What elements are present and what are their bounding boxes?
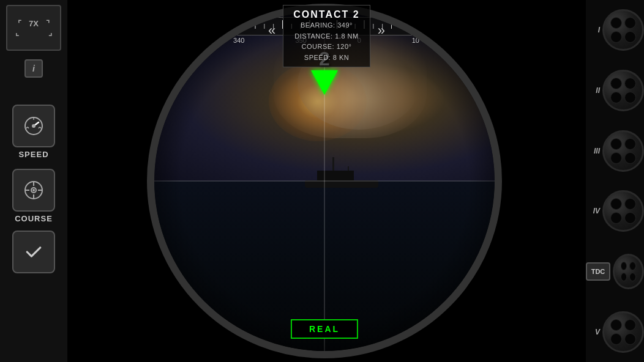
svg-rect-16 bbox=[228, 20, 228, 29]
svg-rect-38 bbox=[427, 24, 428, 29]
confirm-button[interactable] bbox=[12, 231, 55, 273]
tube-hole-3d bbox=[624, 152, 636, 164]
tube-label-2: II bbox=[596, 86, 600, 95]
tube-section-5: V bbox=[586, 301, 644, 362]
tube-cluster-3[interactable] bbox=[602, 130, 644, 172]
tdc-section: TDC bbox=[586, 242, 644, 302]
bearing-label-20: 20 bbox=[470, 37, 477, 44]
tube-cluster-tdc bbox=[613, 254, 644, 289]
periscope-view: // Will be rendered statically bbox=[67, 0, 582, 362]
tube-hole-4b bbox=[624, 198, 636, 210]
svg-rect-40 bbox=[446, 20, 446, 29]
svg-rect-13 bbox=[200, 20, 201, 29]
svg-rect-24 bbox=[300, 24, 301, 29]
tube-cluster-2[interactable] bbox=[602, 70, 644, 111]
speed-icon bbox=[21, 114, 46, 138]
course-label: COURSE bbox=[15, 214, 53, 223]
tube-label-3: III bbox=[594, 147, 600, 155]
tube-hole-tdc-d bbox=[629, 273, 636, 281]
svg-rect-31 bbox=[364, 20, 364, 29]
svg-rect-43 bbox=[473, 20, 473, 29]
tube-cluster-5[interactable] bbox=[602, 311, 644, 353]
tube-cluster-4[interactable] bbox=[602, 190, 644, 232]
tube-hole-4c bbox=[610, 212, 622, 224]
zoom-value: 7X bbox=[29, 19, 39, 28]
right-panel: I II III IV bbox=[586, 0, 644, 362]
tube-hole-1d bbox=[624, 31, 636, 43]
svg-rect-19 bbox=[255, 20, 255, 29]
left-panel: ⌜ 7X ⌝ ⌞ ⌟ i SPEED bbox=[0, 0, 67, 362]
check-icon bbox=[23, 241, 45, 263]
tube-label-1: I bbox=[598, 26, 600, 34]
bearing-label-340: 340 bbox=[233, 37, 244, 44]
tube-label-4: IV bbox=[593, 207, 600, 215]
tube-hole-5d bbox=[624, 333, 636, 345]
ruler-bar: // Will be rendered statically bbox=[171, 17, 477, 35]
zoom-arrows: ⌜ 7X ⌝ bbox=[18, 19, 50, 28]
corner-br: ⌟ bbox=[48, 28, 52, 37]
course-icon bbox=[21, 178, 46, 202]
corner-bl: ⌞ bbox=[15, 28, 19, 37]
svg-rect-26 bbox=[318, 24, 319, 29]
ship-silhouette bbox=[299, 166, 384, 188]
periscope-scope: // Will be rendered statically bbox=[147, 4, 502, 358]
tube-section-2: II bbox=[586, 61, 644, 121]
tube-hole-tdc-c bbox=[621, 273, 627, 281]
tube-hole-4d bbox=[624, 212, 636, 224]
svg-rect-28 bbox=[337, 20, 337, 29]
svg-rect-42 bbox=[463, 24, 464, 29]
tube-section-3: III bbox=[586, 120, 644, 181]
tube-hole-1c bbox=[610, 31, 622, 43]
ruler-ticks-svg: // Will be rendered statically bbox=[173, 17, 476, 34]
svg-rect-37 bbox=[418, 20, 419, 29]
zoom-control[interactable]: ⌜ 7X ⌝ ⌞ ⌟ bbox=[6, 5, 61, 51]
svg-rect-23 bbox=[291, 24, 292, 29]
tube-hole-5b bbox=[624, 319, 636, 331]
bearing-label-0: 0 bbox=[358, 37, 361, 44]
svg-rect-18 bbox=[245, 24, 246, 29]
svg-rect-11 bbox=[182, 24, 183, 29]
real-button[interactable]: REAL bbox=[291, 319, 358, 339]
next-contact-button[interactable]: » bbox=[370, 18, 392, 43]
tube-hole-4a bbox=[610, 198, 622, 210]
tdc-button[interactable]: TDC bbox=[586, 262, 610, 281]
corner-tr: ⌝ bbox=[46, 19, 50, 28]
bearing-label-350: 350 bbox=[295, 37, 306, 44]
zoom-corners: ⌞ ⌟ bbox=[15, 28, 52, 37]
tube-hole-tdc-b bbox=[629, 262, 636, 270]
course-button[interactable] bbox=[12, 169, 55, 212]
bearing-label-330: 330 bbox=[171, 37, 182, 44]
bearing-ruler: // Will be rendered statically bbox=[171, 17, 477, 45]
ruler-labels: 330 340 350 0 10 20 bbox=[171, 35, 477, 45]
svg-rect-41 bbox=[455, 24, 455, 29]
prev-contact-button[interactable]: « bbox=[261, 18, 283, 43]
tube-hole-2d bbox=[624, 92, 636, 103]
svg-rect-25 bbox=[309, 20, 310, 29]
svg-rect-29 bbox=[346, 24, 346, 29]
tube-hole-2c bbox=[610, 92, 622, 103]
svg-rect-10 bbox=[173, 20, 174, 29]
tube-hole-3a bbox=[610, 138, 622, 150]
tube-hole-3c bbox=[610, 152, 622, 164]
bottom-knob[interactable] bbox=[433, 308, 470, 345]
tube-hole-tdc-a bbox=[621, 262, 627, 270]
bearing-label-10: 10 bbox=[412, 37, 419, 44]
tube-hole-2a bbox=[610, 78, 622, 89]
tube-section-1: I bbox=[586, 0, 644, 61]
info-button[interactable]: i bbox=[24, 59, 43, 78]
tube-cluster-1[interactable] bbox=[602, 9, 644, 51]
svg-point-1 bbox=[32, 124, 36, 128]
tube-label-5: V bbox=[595, 328, 600, 336]
svg-rect-17 bbox=[237, 24, 238, 29]
svg-rect-27 bbox=[328, 24, 328, 29]
tube-hole-3b bbox=[624, 138, 636, 150]
speed-button[interactable] bbox=[12, 105, 55, 147]
svg-rect-14 bbox=[209, 24, 210, 29]
svg-rect-35 bbox=[400, 24, 401, 29]
svg-point-9 bbox=[32, 189, 35, 191]
tube-hole-1a bbox=[610, 17, 622, 29]
speed-label: SPEED bbox=[18, 150, 48, 159]
contact-number: 2 bbox=[319, 48, 330, 70]
tube-section-4: IV bbox=[586, 181, 644, 242]
svg-rect-15 bbox=[219, 24, 219, 29]
